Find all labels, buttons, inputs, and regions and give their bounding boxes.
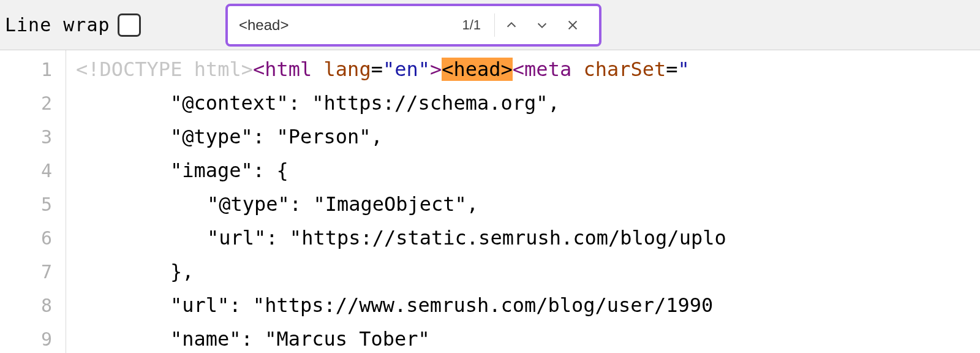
token-attr: lang bbox=[312, 58, 371, 81]
line-number: 2 bbox=[0, 86, 66, 120]
line-number: 9 bbox=[0, 322, 66, 353]
line-number: 7 bbox=[0, 255, 66, 289]
token-tag: > bbox=[430, 58, 442, 81]
token-text: "@context": "https://schema.org", bbox=[170, 91, 560, 115]
search-input[interactable] bbox=[239, 17, 450, 34]
token-tag: <html bbox=[253, 58, 312, 81]
token-text: "@type": "Person", bbox=[170, 125, 383, 148]
next-match-button[interactable] bbox=[527, 10, 557, 40]
line-number: 5 bbox=[0, 188, 66, 221]
code-line: "image": { bbox=[66, 154, 980, 188]
chevron-up-icon bbox=[505, 18, 518, 32]
divider bbox=[494, 13, 495, 37]
token-eq: = bbox=[371, 58, 383, 81]
search-match-highlight: <head> bbox=[442, 58, 513, 81]
line-number: 6 bbox=[0, 221, 66, 255]
token-attr: charSet bbox=[571, 58, 666, 81]
token-text: "@type": "ImageObject", bbox=[207, 192, 478, 216]
line-gutter: 1 2 3 4 5 6 7 8 9 bbox=[0, 50, 66, 353]
linewrap-checkbox[interactable] bbox=[118, 13, 141, 37]
search-count: 1/1 bbox=[450, 17, 493, 33]
code-line: "url": "https://static.semrush.com/blog/… bbox=[66, 221, 980, 255]
code-line: "@context": "https://schema.org", bbox=[66, 86, 980, 120]
code-line: "@type": "ImageObject", bbox=[66, 188, 980, 221]
token-text: "url": "https://static.semrush.com/blog/… bbox=[207, 226, 726, 249]
code-content[interactable]: <!DOCTYPE html><html lang="en"><head><me… bbox=[66, 50, 980, 353]
line-number: 8 bbox=[0, 289, 66, 322]
line-number: 1 bbox=[0, 53, 66, 86]
code-line: }, bbox=[66, 255, 980, 289]
search-panel: 1/1 bbox=[225, 4, 601, 47]
code-line: "url": "https://www.semrush.com/blog/use… bbox=[66, 289, 980, 322]
code-line: "@type": "Person", bbox=[66, 120, 980, 154]
token-text: "url": "https://www.semrush.com/blog/use… bbox=[170, 294, 713, 317]
token-text: "name": "Marcus Tober" bbox=[170, 327, 430, 351]
token-value: "en" bbox=[383, 58, 430, 81]
linewrap-label: Line wrap bbox=[5, 14, 110, 36]
code-line: "name": "Marcus Tober" bbox=[66, 322, 980, 353]
code-area: 1 2 3 4 5 6 7 8 9 <!DOCTYPE html><html l… bbox=[0, 50, 980, 353]
close-icon bbox=[566, 18, 579, 32]
chevron-down-icon bbox=[535, 18, 549, 32]
line-number: 3 bbox=[0, 120, 66, 154]
prev-match-button[interactable] bbox=[496, 10, 527, 40]
close-search-button[interactable] bbox=[557, 10, 588, 40]
line-number: 4 bbox=[0, 154, 66, 188]
toolbar: Line wrap 1/1 bbox=[0, 0, 980, 50]
token-doctype: <!DOCTYPE html> bbox=[76, 58, 253, 81]
token-text: }, bbox=[170, 260, 194, 283]
token-value: " bbox=[678, 58, 690, 81]
token-eq: = bbox=[666, 58, 677, 81]
token-tag: <meta bbox=[513, 58, 571, 81]
token-text: "image": { bbox=[170, 159, 288, 182]
code-line: <!DOCTYPE html><html lang="en"><head><me… bbox=[66, 53, 980, 86]
